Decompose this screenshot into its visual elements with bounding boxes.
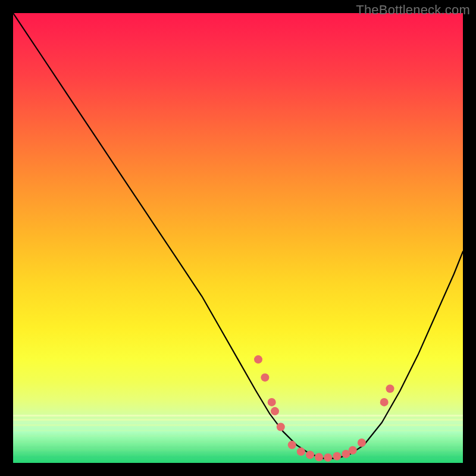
data-point <box>288 441 296 449</box>
curve-layer <box>13 13 463 463</box>
data-points <box>254 355 394 462</box>
plot-area <box>13 13 463 463</box>
bottleneck-curve <box>13 13 463 458</box>
data-point <box>271 407 279 415</box>
data-point <box>277 423 285 431</box>
data-point <box>358 439 366 447</box>
data-point <box>297 447 305 456</box>
data-point <box>268 398 276 406</box>
chart-stage: TheBottleneck.com <box>0 0 476 476</box>
data-point <box>306 450 314 459</box>
data-point <box>349 446 357 455</box>
data-point <box>261 373 269 381</box>
watermark-text: TheBottleneck.com <box>356 2 470 18</box>
data-point <box>386 384 394 393</box>
data-point <box>380 398 389 406</box>
data-point <box>333 452 341 461</box>
data-point <box>315 453 323 461</box>
data-point <box>254 355 262 364</box>
data-point <box>324 453 332 462</box>
